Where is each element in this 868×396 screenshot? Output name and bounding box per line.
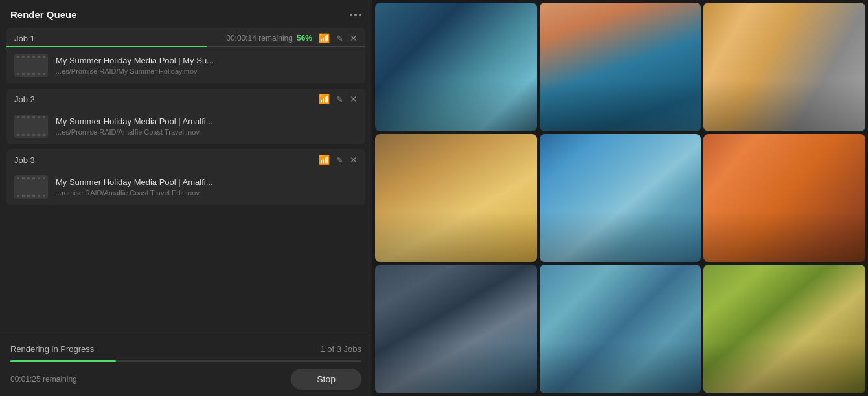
job-2-info: My Summer Holiday Media Pool | Amalfi...…: [56, 116, 358, 136]
job-1-path: ...es/Promise RAID/My Summer Holiday.mov: [56, 67, 358, 75]
media-grid: [372, 0, 868, 396]
wifi-icon: 📶: [319, 33, 330, 43]
job-3-path: ...romise RAID/Amalfie Coast Travel Edit…: [56, 189, 358, 197]
job-3-icons: 📶 ✎ ✕: [319, 155, 358, 165]
edit-icon[interactable]: ✎: [336, 155, 343, 165]
job-1-percent: 56%: [297, 34, 312, 43]
job-3-header: Job 3 📶 ✎ ✕: [6, 149, 365, 169]
stop-button[interactable]: Stop: [291, 369, 361, 390]
job-1-label: Job 1: [14, 34, 226, 43]
media-thumb-7[interactable]: [375, 265, 537, 393]
job-1-time: 00:00:14 remaining: [226, 34, 293, 43]
job-1-header: Job 1 00:00:14 remaining 56% 📶 ✎ ✕: [6, 28, 365, 47]
job-3-thumbnail: [14, 175, 48, 199]
job-2-name: My Summer Holiday Media Pool | Amalfi...: [56, 116, 358, 126]
media-thumb-4[interactable]: [375, 134, 537, 263]
media-thumb-2[interactable]: [540, 3, 702, 131]
media-thumb-5[interactable]: [540, 134, 702, 263]
job-2-label: Job 2: [14, 94, 319, 104]
job-3-label: Job 3: [14, 155, 319, 165]
media-thumb-3[interactable]: [703, 3, 865, 131]
edit-icon[interactable]: ✎: [336, 94, 343, 104]
overall-progress-fill: [10, 360, 116, 362]
remaining-time: 00:01:25 remaining: [10, 375, 77, 384]
job-card-3: Job 3 📶 ✎ ✕ My Summer Holiday Media Pool…: [6, 149, 365, 205]
wifi-icon: 📶: [319, 155, 330, 165]
job-2-path: ...es/Promise RAID/Amalfie Coast Travel.…: [56, 128, 358, 136]
job-1-info: My Summer Holiday Media Pool | My Su... …: [56, 56, 358, 75]
overall-progress-bar: [10, 360, 361, 362]
job-3-info: My Summer Holiday Media Pool | Amalfi...…: [56, 177, 358, 197]
status-count: 1 of 3 Jobs: [320, 344, 361, 354]
render-queue-panel: Render Queue Job 1 00:00:14 remaining 56…: [0, 0, 372, 396]
close-icon[interactable]: ✕: [350, 33, 358, 43]
render-status-area: Rendering in Progress 1 of 3 Jobs 00:01:…: [0, 335, 372, 396]
job-1-item: My Summer Holiday Media Pool | My Su... …: [6, 47, 365, 83]
job-1-name: My Summer Holiday Media Pool | My Su...: [56, 56, 358, 65]
job-1-icons: 📶 ✎ ✕: [319, 33, 358, 43]
job-1-progress-bar: [6, 46, 365, 47]
job-card-2: Job 2 📶 ✎ ✕ My Summer Holiday Media Pool…: [6, 89, 365, 144]
panel-header: Render Queue: [0, 0, 372, 28]
close-icon[interactable]: ✕: [350, 155, 358, 165]
job-2-icons: 📶 ✎ ✕: [319, 94, 358, 104]
status-label: Rendering in Progress: [10, 344, 94, 354]
wifi-icon: 📶: [319, 94, 330, 104]
close-icon[interactable]: ✕: [350, 94, 358, 104]
job-1-thumbnail: [14, 54, 48, 77]
more-options-icon[interactable]: [350, 14, 361, 16]
bottom-controls: 00:01:25 remaining Stop: [10, 369, 361, 390]
job-2-item: My Summer Holiday Media Pool | Amalfi...…: [6, 108, 365, 144]
job-2-thumbnail: [14, 115, 48, 138]
media-thumb-8[interactable]: [540, 265, 702, 393]
job-3-name: My Summer Holiday Media Pool | Amalfi...: [56, 177, 358, 187]
job-1-progress-fill: [6, 46, 207, 47]
media-thumb-6[interactable]: [703, 134, 865, 263]
job-card-1: Job 1 00:00:14 remaining 56% 📶 ✎ ✕ My Su…: [6, 28, 365, 83]
panel-title: Render Queue: [10, 9, 77, 20]
media-thumb-9[interactable]: [703, 265, 865, 393]
job-2-header: Job 2 📶 ✎ ✕: [6, 89, 365, 108]
edit-icon[interactable]: ✎: [336, 34, 343, 43]
jobs-list: Job 1 00:00:14 remaining 56% 📶 ✎ ✕ My Su…: [0, 28, 372, 335]
job-3-item: My Summer Holiday Media Pool | Amalfi...…: [6, 169, 365, 205]
media-thumb-1[interactable]: [375, 3, 537, 131]
status-row: Rendering in Progress 1 of 3 Jobs: [10, 344, 361, 354]
